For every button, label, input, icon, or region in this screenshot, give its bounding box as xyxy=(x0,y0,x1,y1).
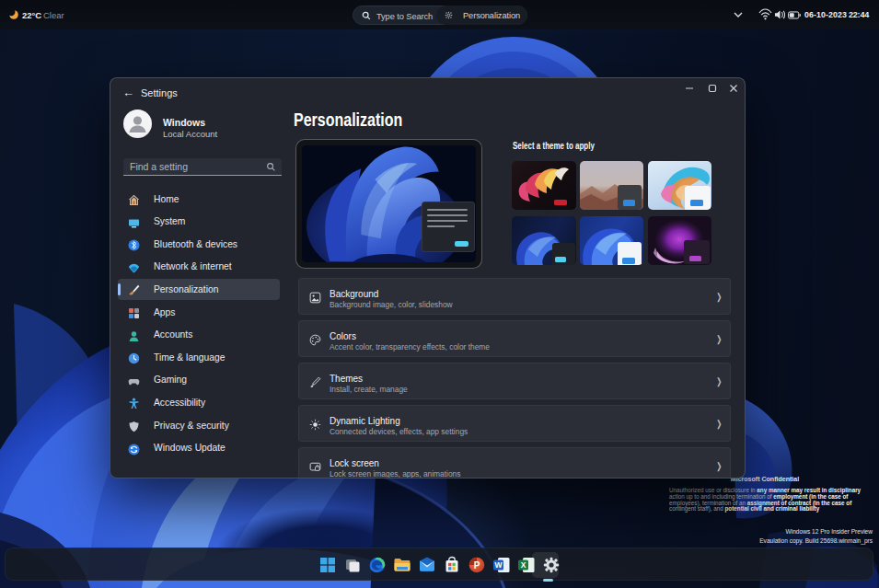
svg-text:W: W xyxy=(494,560,503,570)
svg-text:P: P xyxy=(474,560,480,571)
svg-text:X: X xyxy=(521,560,526,570)
